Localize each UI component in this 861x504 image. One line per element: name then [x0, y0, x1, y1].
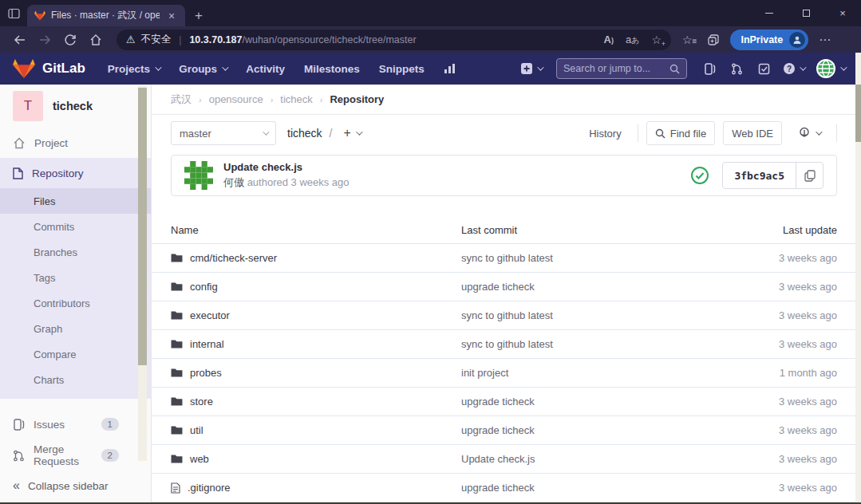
- add-favorite-icon[interactable]: ☆+: [651, 33, 662, 46]
- back-button[interactable]: [6, 29, 32, 51]
- folder-icon: [171, 339, 183, 349]
- favorites-icon[interactable]: ☆≡: [682, 33, 697, 46]
- issues-nav-icon[interactable]: [698, 56, 721, 81]
- table-row[interactable]: probes init project 1 month ago: [152, 359, 861, 388]
- table-row[interactable]: store upgrade ticheck 3 weeks ago: [152, 388, 861, 416]
- sidebar-item-graph[interactable]: Graph: [0, 316, 151, 341]
- merge-requests-nav-icon[interactable]: [725, 56, 748, 81]
- sidebar-item-contributors[interactable]: Contributors: [0, 290, 151, 316]
- search-input[interactable]: [563, 63, 669, 74]
- browser-menu-icon[interactable]: ⋯: [819, 33, 831, 47]
- refresh-button[interactable]: [57, 29, 83, 51]
- table-row[interactable]: util upgrade ticheck 3 weeks ago: [152, 416, 861, 445]
- sidebar-item-project[interactable]: Project: [0, 128, 151, 158]
- repo-path-root[interactable]: ticheck: [287, 127, 322, 140]
- sidebar-item-branches[interactable]: Branches: [0, 239, 151, 265]
- collections-icon[interactable]: [707, 33, 720, 46]
- branch-selector[interactable]: master: [171, 121, 276, 145]
- chevron-down-icon: [155, 64, 161, 70]
- profile-avatar-icon: [789, 32, 805, 48]
- home-button[interactable]: [83, 29, 109, 51]
- sidebar-item-issues[interactable]: Issues 1: [0, 408, 151, 440]
- find-file-button[interactable]: Find file: [646, 121, 716, 145]
- page-scrollbar-thumb[interactable]: [855, 85, 861, 142]
- sidebar-scrollbar-thumb[interactable]: [138, 88, 147, 365]
- sidebar-item-merge-requests[interactable]: Merge Requests 2: [0, 440, 151, 471]
- project-header[interactable]: T ticheck: [0, 85, 151, 128]
- user-menu-button[interactable]: [812, 56, 848, 81]
- new-menu-button[interactable]: [517, 56, 545, 81]
- folder-icon: [171, 368, 183, 378]
- breadcrumb-subgroup[interactable]: opensource: [209, 93, 263, 105]
- breadcrumb-current: Repository: [330, 93, 384, 105]
- chevron-down-icon: [840, 64, 847, 70]
- download-button[interactable]: [790, 121, 828, 145]
- chevron-down-icon: [800, 64, 806, 70]
- global-search[interactable]: [556, 58, 687, 79]
- merge-requests-count-badge: 2: [101, 449, 119, 462]
- tab-actions-icon[interactable]: [0, 0, 27, 26]
- table-row[interactable]: web Update check.js 3 weeks ago: [152, 445, 861, 474]
- not-secure-warning-icon: ⚠: [126, 33, 136, 45]
- inprivate-badge[interactable]: InPrivate: [730, 30, 808, 50]
- collapse-sidebar-button[interactable]: « Collapse sidebar: [0, 467, 151, 504]
- tab-close-icon[interactable]: ×: [165, 10, 178, 22]
- translate-icon[interactable]: aあ: [626, 33, 639, 46]
- table-row[interactable]: executor sync to github latest 3 weeks a…: [152, 301, 861, 330]
- nav-item-activity[interactable]: Activity: [236, 53, 294, 85]
- breadcrumb-group[interactable]: 武汉: [171, 93, 192, 107]
- copy-sha-button[interactable]: [796, 163, 823, 188]
- breadcrumb-separator: ›: [271, 95, 274, 104]
- add-file-button[interactable]: +: [343, 126, 360, 140]
- charts-nav-icon[interactable]: [434, 53, 465, 85]
- history-button[interactable]: History: [581, 121, 629, 145]
- breadcrumb-separator: ›: [199, 95, 202, 104]
- window-maximize-button[interactable]: [788, 0, 824, 26]
- forward-button[interactable]: [32, 29, 57, 51]
- merge-request-icon: [13, 450, 25, 462]
- chevron-down-icon: [537, 64, 543, 70]
- table-row[interactable]: internal sync to github latest 3 weeks a…: [152, 330, 861, 359]
- new-tab-button[interactable]: +: [185, 5, 212, 26]
- brand-name: GitLab: [42, 61, 85, 77]
- sidebar-item-tags[interactable]: Tags: [0, 265, 151, 290]
- commit-title[interactable]: Update check.js: [223, 161, 350, 173]
- web-ide-button[interactable]: Web IDE: [723, 121, 782, 145]
- gitlab-navbar: GitLab Projects Groups Activity Mileston…: [0, 53, 861, 85]
- nav-item-projects[interactable]: Projects: [98, 53, 169, 85]
- nav-item-snippets[interactable]: Snippets: [369, 53, 434, 85]
- commit-sha[interactable]: 3fbc9ac5: [723, 163, 796, 188]
- table-row[interactable]: .gitignore upgrade ticheck 3 weeks ago: [152, 474, 861, 502]
- sidebar-scrollbar[interactable]: [138, 86, 147, 461]
- window-minimize-button[interactable]: [751, 0, 788, 26]
- sidebar-item-commits[interactable]: Commits: [0, 214, 151, 239]
- sidebar-item-compare[interactable]: Compare: [0, 341, 151, 367]
- table-row[interactable]: config upgrade ticheck 3 weeks ago: [152, 273, 861, 301]
- todos-nav-icon[interactable]: [752, 56, 775, 81]
- folder-icon: [171, 310, 183, 321]
- header-name: Name: [171, 224, 461, 236]
- address-input[interactable]: ⚠ 不安全 | 10.3.70.187/wuhan/opensource/tic…: [117, 30, 671, 50]
- nav-item-groups[interactable]: Groups: [169, 53, 236, 85]
- url-divider: |: [179, 34, 181, 45]
- chevron-down-icon: [356, 128, 362, 135]
- commit-author[interactable]: 何傲: [223, 176, 244, 188]
- url-path: /wuhan/opensource/ticheck/tree/master: [242, 34, 416, 45]
- gitlab-brand[interactable]: GitLab: [13, 58, 85, 79]
- nav-item-milestones[interactable]: Milestones: [294, 53, 369, 85]
- window-close-button[interactable]: ×: [824, 0, 861, 26]
- help-menu-button[interactable]: ?: [780, 56, 808, 81]
- folder-icon: [171, 454, 183, 464]
- pipeline-success-icon[interactable]: [690, 166, 709, 185]
- sidebar-item-files[interactable]: Files: [0, 188, 151, 214]
- sidebar-item-charts[interactable]: Charts: [0, 367, 151, 392]
- table-row[interactable]: cmd/ticheck-server sync to github latest…: [152, 244, 861, 273]
- read-aloud-icon[interactable]: A): [604, 33, 614, 45]
- browser-tab[interactable]: Files · master · 武汉 / opensourc ×: [27, 5, 185, 26]
- breadcrumb-project[interactable]: ticheck: [280, 93, 312, 105]
- commit-author-avatar[interactable]: [184, 161, 213, 190]
- file-icon: [171, 482, 180, 494]
- page-scrollbar[interactable]: [855, 53, 861, 502]
- repo-toolbar: master ticheck / + History Find file: [152, 115, 861, 152]
- sidebar-item-repository[interactable]: Repository: [0, 158, 151, 188]
